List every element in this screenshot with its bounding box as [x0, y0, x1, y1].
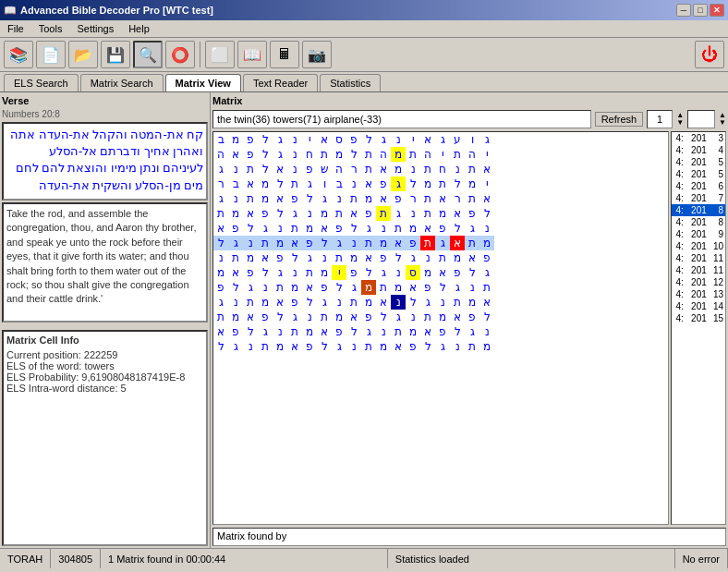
matrix-cell[interactable]: נ	[273, 221, 287, 236]
matrix-cell[interactable]: מ	[332, 310, 346, 324]
matrix-cell[interactable]: א	[258, 250, 273, 265]
matrix-cell[interactable]: ת	[287, 221, 302, 236]
matrix-cell[interactable]: ו	[465, 132, 479, 147]
matrix-cell[interactable]: ש	[317, 162, 332, 176]
menu-settings[interactable]: Settings	[73, 22, 117, 35]
matrix-cell[interactable]: ת	[287, 176, 302, 191]
matrix-cell[interactable]: י	[479, 176, 494, 191]
matrix-cell[interactable]: א	[317, 221, 332, 236]
matrix-cell[interactable]: נ	[406, 206, 420, 221]
matrix-cell[interactable]: ל	[406, 176, 420, 191]
matrix-cell[interactable]: ת	[346, 295, 361, 310]
refresh-button[interactable]: Refresh	[595, 112, 644, 127]
matrix-cell[interactable]: י	[302, 132, 317, 147]
matrix-cell[interactable]: ג	[391, 310, 406, 324]
matrix-grid-container[interactable]: גועגאינגלפסאינגלפמביהתיהתמהתלמתחנגלפאהאת…	[212, 131, 669, 525]
matrix-cell[interactable]: י	[479, 147, 494, 162]
matrix-cell[interactable]: ל	[243, 324, 258, 339]
matrix-cell[interactable]: א	[479, 191, 494, 206]
matrix-cell[interactable]: ג	[213, 162, 228, 176]
matrix-cell[interactable]: ל	[302, 191, 317, 206]
matrix-cell[interactable]: ח	[435, 162, 450, 176]
matrix-cell[interactable]: נ	[317, 250, 332, 265]
matrix-cell[interactable]: ג	[273, 265, 287, 280]
matrix-cell[interactable]: ת	[435, 176, 450, 191]
matrix-cell[interactable]: ה	[465, 147, 479, 162]
matrix-cell[interactable]: ל	[406, 295, 420, 310]
matrix-cell[interactable]: נ	[346, 176, 361, 191]
toolbar-search-btn[interactable]: 🔍	[133, 41, 163, 68]
matrix-cell[interactable]: פ	[302, 236, 317, 250]
matrix-cell[interactable]: פ	[376, 176, 391, 191]
matrix-cell[interactable]: נ	[406, 162, 420, 176]
matrix-cell[interactable]: מ	[479, 339, 494, 354]
matrix-cell[interactable]: ג	[317, 295, 332, 310]
matrix-cell[interactable]: ל	[361, 265, 376, 280]
matrix-cell[interactable]: ג	[376, 265, 391, 280]
toolbar-circle-btn[interactable]: ⭕	[165, 41, 195, 68]
matrix-cell[interactable]: ל	[273, 176, 287, 191]
tab-matrix-view[interactable]: Matrix View	[165, 74, 241, 91]
matrix-cell[interactable]: פ	[406, 236, 420, 250]
matrix-cell[interactable]: פ	[273, 250, 287, 265]
matrix-cell[interactable]: נ	[287, 162, 302, 176]
matrix-cell[interactable]: מ	[258, 176, 273, 191]
toolbar-save-btn[interactable]: 💾	[101, 41, 130, 68]
matrix-cell[interactable]: ג	[376, 132, 391, 147]
matrix-cell[interactable]: מ	[332, 147, 346, 162]
matrix-cell[interactable]: ר	[406, 191, 420, 206]
matrix-cell[interactable]: מ	[361, 280, 376, 295]
matrix-cell[interactable]: ג	[391, 206, 406, 221]
matrix-cell[interactable]: נ	[243, 236, 258, 250]
matrix-cell[interactable]: ל	[258, 162, 273, 176]
matrix-cell[interactable]: פ	[243, 265, 258, 280]
matrix-cell[interactable]: ג	[479, 132, 494, 147]
matrix-cell[interactable]: ג	[228, 339, 243, 354]
toolbar-power-btn[interactable]: ⏻	[695, 41, 724, 68]
matrix-cell[interactable]: ג	[435, 132, 450, 147]
matrix-cell[interactable]: מ	[346, 250, 361, 265]
matrix-cell[interactable]: א	[376, 191, 391, 206]
matrix-cell[interactable]: ת	[361, 162, 376, 176]
matrix-cell[interactable]: מ	[479, 236, 494, 250]
matrix-cell[interactable]: פ	[243, 132, 258, 147]
matrix-cell[interactable]: נ	[346, 236, 361, 250]
matrix-cell[interactable]: מ	[228, 206, 243, 221]
matrix-cell[interactable]: נ	[479, 221, 494, 236]
matrix-cell[interactable]: ג	[479, 265, 494, 280]
matrix-cell[interactable]: נ	[302, 310, 317, 324]
matrix-cell[interactable]: א	[317, 324, 332, 339]
matrix-cell[interactable]: ג	[332, 236, 346, 250]
matrix-cell[interactable]: ת	[465, 236, 479, 250]
matrix-cell[interactable]: ת	[420, 236, 435, 250]
matrix-cell[interactable]: ל	[391, 250, 406, 265]
matrix-cell[interactable]: פ	[287, 295, 302, 310]
matrix-cell[interactable]: מ	[420, 176, 435, 191]
matrix-cell[interactable]: ל	[317, 236, 332, 250]
matrix-cell[interactable]: ת	[376, 280, 391, 295]
matrix-cell[interactable]: ג	[346, 280, 361, 295]
matrix-cell[interactable]: ג	[287, 206, 302, 221]
matrix-cell[interactable]: נ	[287, 132, 302, 147]
matrix-cell[interactable]: ל	[450, 176, 465, 191]
matrix-cell[interactable]: א	[361, 250, 376, 265]
matrix-cell[interactable]: מ	[213, 265, 228, 280]
matrix-cell[interactable]: פ	[450, 265, 465, 280]
matrix-cell[interactable]: ל	[213, 339, 228, 354]
matrix-cell[interactable]: נ	[406, 310, 420, 324]
matrix-cell[interactable]: ת	[361, 236, 376, 250]
matrix-cell[interactable]: ל	[346, 147, 361, 162]
matrix-cell[interactable]: נ	[287, 147, 302, 162]
matrix-cell[interactable]: מ	[435, 310, 450, 324]
matrix-cell[interactable]: ג	[228, 236, 243, 250]
matrix-cell[interactable]: ל	[228, 280, 243, 295]
matrix-cell[interactable]: ת	[361, 147, 376, 162]
matrix-cell[interactable]: מ	[420, 265, 435, 280]
matrix-cell[interactable]: ת	[450, 147, 465, 162]
toolbar-book-btn[interactable]: 📖	[237, 41, 267, 68]
matrix-cell[interactable]: א	[213, 221, 228, 236]
matrix-cell[interactable]: א	[361, 176, 376, 191]
matrix-cell[interactable]: ת	[450, 295, 465, 310]
matrix-cell[interactable]: א	[287, 339, 302, 354]
matrix-cell[interactable]: א	[287, 236, 302, 250]
